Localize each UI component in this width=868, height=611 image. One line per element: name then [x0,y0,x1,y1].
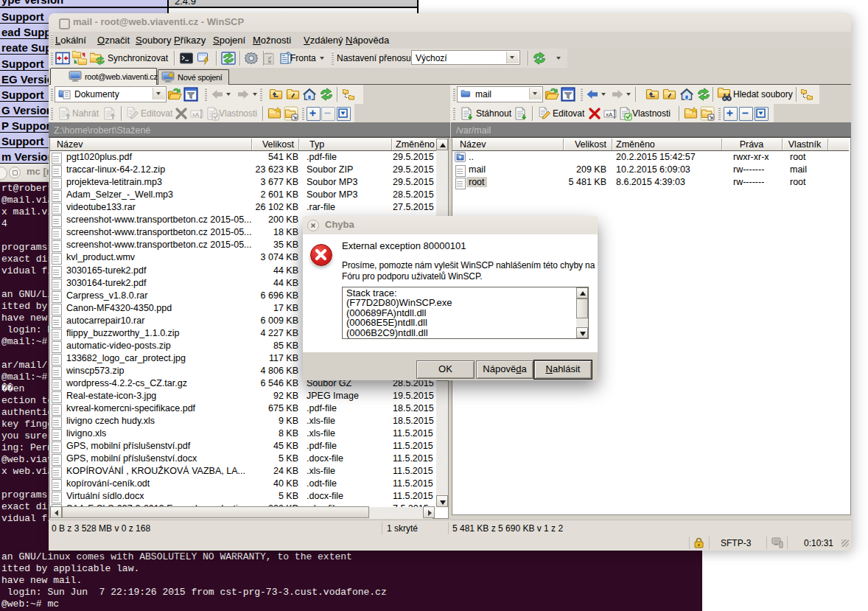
svg-text:xA: xA [192,111,200,118]
svg-text:xA: xA [606,111,613,118]
